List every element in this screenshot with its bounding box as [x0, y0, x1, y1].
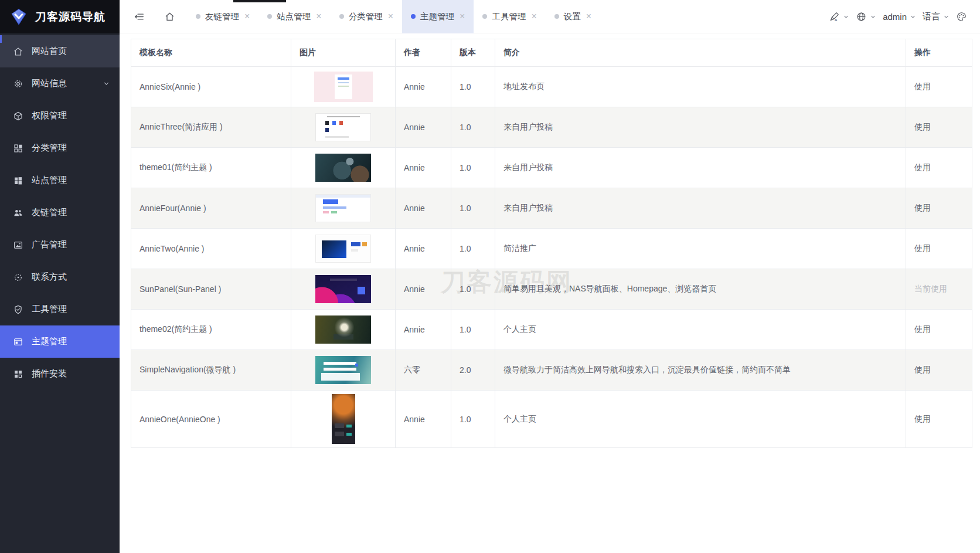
- sidebar-item-site-info[interactable]: 网站信息: [0, 67, 120, 100]
- table-row: theme02(简约主题 ) Annie 1.0 个人主页 使用: [131, 310, 972, 350]
- template-intro-cell: 微导航致力于简洁高效上网导航和搜索入口，沉淀最具价值链接，简约而不简单: [495, 350, 906, 391]
- tab-label: 站点管理: [277, 11, 311, 22]
- tab-label: 分类管理: [349, 11, 383, 22]
- close-icon[interactable]: ×: [460, 12, 465, 21]
- globe-switcher[interactable]: [856, 11, 877, 22]
- language-menu[interactable]: 语言: [923, 11, 950, 22]
- sidebar-item-label: 广告管理: [32, 239, 67, 250]
- sidebar-item-plugins[interactable]: 插件安装: [0, 358, 120, 390]
- use-theme-button[interactable]: 使用: [914, 162, 931, 172]
- table-row: SimpleNavigation(微导航 ) 六零 2.0 微导航致力于简洁高效…: [131, 350, 972, 391]
- chevron-down-icon: [942, 13, 950, 21]
- table-row: AnnieTwo(Annie ) Annie 1.0 简洁推广 使用: [131, 229, 972, 269]
- user-name: admin: [883, 12, 907, 22]
- sidebar-scrollbar-thumb[interactable]: [0, 35, 2, 43]
- use-theme-button[interactable]: 使用: [914, 82, 931, 91]
- sidebar-item-ads[interactable]: 广告管理: [0, 229, 120, 261]
- template-version-cell: 1.0: [451, 269, 495, 310]
- home-icon: [13, 46, 23, 57]
- template-thumbnail[interactable]: [315, 235, 371, 263]
- template-author-cell: 六零: [396, 350, 451, 391]
- brush-a-icon: A: [829, 11, 840, 22]
- template-name-cell: theme01(简约主题 ): [131, 148, 291, 188]
- user-menu[interactable]: admin: [883, 12, 917, 22]
- template-thumbnail[interactable]: [315, 315, 371, 344]
- close-icon[interactable]: ×: [244, 12, 250, 21]
- close-icon[interactable]: ×: [316, 12, 321, 21]
- template-image-cell: [291, 148, 396, 188]
- sidebar-item-themes[interactable]: 主题管理: [0, 325, 120, 358]
- sidebar: 刀客源码导航 网站首页 网站信息 权限管理: [0, 0, 120, 553]
- template-version-cell: 1.0: [451, 229, 495, 269]
- template-name-cell: AnnieThree(简洁应用 ): [131, 107, 291, 148]
- table-header-row: 模板名称 图片 作者 版本 简介 操作: [131, 39, 972, 67]
- template-name-cell: AnnieSix(Annie ): [131, 67, 291, 107]
- close-icon[interactable]: ×: [388, 12, 393, 21]
- tab-themes[interactable]: 主题管理 ×: [402, 0, 474, 33]
- use-theme-button[interactable]: 使用: [914, 414, 931, 423]
- use-theme-button[interactable]: 使用: [914, 365, 931, 374]
- use-theme-button[interactable]: 使用: [914, 324, 931, 334]
- sidebar-item-friend-links[interactable]: 友链管理: [0, 196, 120, 229]
- sidebar-item-permissions[interactable]: 权限管理: [0, 100, 120, 132]
- sidebar-item-tools[interactable]: 工具管理: [0, 293, 120, 325]
- top-progress-bar: [233, 0, 286, 2]
- column-header-image: 图片: [291, 39, 396, 67]
- use-theme-button[interactable]: 使用: [914, 243, 931, 253]
- sidebar-item-contact[interactable]: 联系方式: [0, 261, 120, 293]
- tab-dot-icon: [411, 14, 416, 19]
- sidebar-item-sites[interactable]: 站点管理: [0, 164, 120, 196]
- chevron-down-icon: [909, 13, 917, 21]
- template-author-cell: Annie: [396, 391, 451, 448]
- use-theme-button[interactable]: 使用: [914, 122, 931, 131]
- tab-sites[interactable]: 站点管理 ×: [258, 0, 330, 33]
- grid-icon: [13, 143, 23, 154]
- tab-settings[interactable]: 设置 ×: [546, 0, 600, 33]
- topbar: 友链管理 × 站点管理 × 分类管理 × 主题管理 × 工具管理 × 设置 ×: [120, 0, 980, 33]
- template-image-cell: [291, 269, 396, 310]
- sidebar-item-categories[interactable]: 分类管理: [0, 132, 120, 164]
- sidebar-item-label: 友链管理: [32, 207, 67, 218]
- template-thumbnail[interactable]: [315, 356, 371, 384]
- brand-logo[interactable]: 刀客源码导航: [0, 0, 120, 33]
- menu-fold-icon[interactable]: [134, 11, 145, 22]
- chevron-down-icon: [842, 13, 850, 21]
- tab-friend-links[interactable]: 友链管理 ×: [187, 0, 258, 33]
- sidebar-item-label: 站点管理: [32, 175, 67, 186]
- template-version-cell: 1.0: [451, 67, 495, 107]
- template-version-cell: 2.0: [451, 350, 495, 391]
- template-version-cell: 1.0: [451, 188, 495, 229]
- close-icon[interactable]: ×: [586, 12, 591, 21]
- globe-icon: [856, 11, 867, 22]
- close-icon[interactable]: ×: [531, 12, 536, 21]
- gear-icon: [13, 79, 23, 89]
- template-thumbnail[interactable]: [315, 275, 371, 303]
- template-author-cell: Annie: [396, 229, 451, 269]
- palette-icon[interactable]: [956, 11, 967, 22]
- tab-dot-icon: [554, 14, 559, 19]
- tab-tools[interactable]: 工具管理 ×: [474, 0, 545, 33]
- template-name-cell: AnnieTwo(Annie ): [131, 229, 291, 269]
- template-thumbnail[interactable]: [315, 194, 371, 222]
- column-header-intro: 简介: [495, 39, 906, 67]
- tab-categories[interactable]: 分类管理 ×: [331, 0, 402, 33]
- template-thumbnail[interactable]: [332, 394, 355, 444]
- shield-check-icon: [13, 304, 23, 315]
- skin-switcher[interactable]: A: [829, 11, 850, 22]
- tab-label: 友链管理: [205, 11, 239, 22]
- users-icon: [13, 208, 23, 218]
- template-thumbnail[interactable]: [315, 113, 371, 141]
- tab-label: 主题管理: [420, 11, 454, 22]
- template-author-cell: Annie: [396, 188, 451, 229]
- use-theme-button[interactable]: 使用: [914, 203, 931, 212]
- sidebar-item-label: 网站首页: [32, 46, 67, 57]
- sidebar-item-site-home[interactable]: 网站首页: [0, 35, 120, 67]
- template-thumbnail[interactable]: [314, 72, 373, 102]
- chevron-down-icon: [869, 13, 877, 21]
- template-thumbnail[interactable]: [315, 154, 371, 182]
- template-author-cell: Annie: [396, 269, 451, 310]
- tab-label: 设置: [564, 11, 581, 22]
- template-author-cell: Annie: [396, 310, 451, 350]
- plugin-icon: [13, 369, 23, 379]
- home-icon[interactable]: [164, 11, 175, 22]
